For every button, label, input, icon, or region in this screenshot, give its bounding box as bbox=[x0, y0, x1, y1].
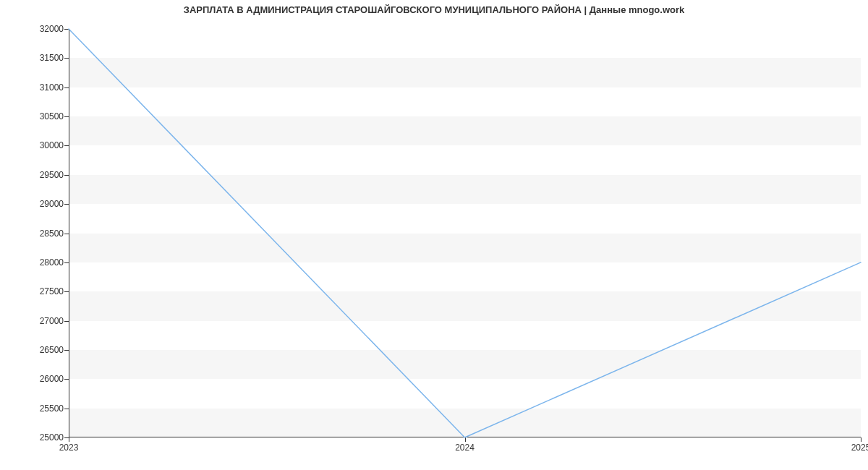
y-tick-label: 30500 bbox=[6, 111, 64, 121]
y-tick-label: 25000 bbox=[6, 432, 64, 443]
y-tick-label: 32000 bbox=[6, 24, 64, 34]
data-series-line bbox=[69, 29, 861, 437]
chart-container: ЗАРПЛАТА В АДМИНИСТРАЦИЯ СТАРОШАЙГОВСКОГ… bbox=[0, 0, 868, 470]
y-tick-label: 27500 bbox=[6, 286, 64, 296]
y-tick-label: 31500 bbox=[6, 53, 64, 63]
y-tick-label: 25500 bbox=[6, 403, 64, 414]
y-tick-label: 28500 bbox=[6, 228, 64, 239]
y-tick-label: 31000 bbox=[6, 82, 64, 93]
y-tick-label: 26500 bbox=[6, 345, 64, 355]
y-tick-label: 29500 bbox=[6, 170, 64, 180]
x-tick-label: 2025 bbox=[851, 443, 868, 453]
y-tick-label: 26000 bbox=[6, 374, 64, 384]
y-tick-label: 30000 bbox=[6, 140, 64, 150]
x-tick bbox=[69, 437, 69, 442]
y-tick-label: 28000 bbox=[6, 257, 64, 268]
chart-title: ЗАРПЛАТА В АДМИНИСТРАЦИЯ СТАРОШАЙГОВСКОГ… bbox=[0, 4, 868, 15]
line-layer bbox=[69, 29, 861, 437]
x-tick bbox=[465, 437, 466, 442]
x-tick-label: 2024 bbox=[455, 443, 475, 453]
y-tick-label: 29000 bbox=[6, 199, 64, 209]
x-tick-label: 2023 bbox=[59, 443, 79, 453]
x-tick bbox=[861, 437, 861, 442]
plot-area bbox=[69, 29, 861, 437]
y-tick-label: 27000 bbox=[6, 316, 64, 326]
